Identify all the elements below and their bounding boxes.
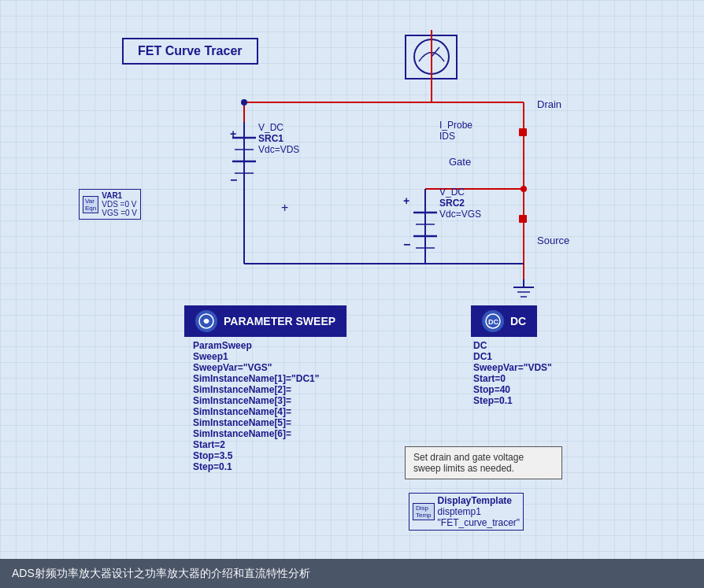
gate-node-label: Gate <box>449 156 471 168</box>
probe-signal: IDS <box>439 131 472 142</box>
dc-sweep-var: SweepVar="VDS" <box>473 362 552 373</box>
info-box-text: Set drain and gate voltagesweep limits a… <box>413 452 524 474</box>
src1-minus: − <box>230 173 237 187</box>
dc-instance-label: DC <box>473 340 552 351</box>
var-block: VarEqn VAR1 VDS =0 V VGS =0 V <box>79 189 141 220</box>
param-sweep-sim3: SimInstanceName[3]= <box>193 395 319 406</box>
var1-vgs: VGS =0 V <box>102 209 137 217</box>
dc-block-label: DC <box>510 315 526 327</box>
gate-label: Gate <box>449 156 471 168</box>
src1-type-label: V_DC <box>258 122 283 133</box>
disp-value: "FET_curve_tracer" <box>438 517 521 528</box>
param-sweep-sim2: SimInstanceName[2]= <box>193 384 319 395</box>
svg-point-1 <box>414 39 449 74</box>
dc-block: DC DC <box>471 305 537 337</box>
dc-step: Step=0.1 <box>473 395 552 406</box>
svg-rect-34 <box>519 215 527 223</box>
var1-name: VAR1 <box>102 191 137 200</box>
param-sweep-sim5: SimInstanceName[5]= <box>193 417 319 428</box>
dc-stop: Stop=40 <box>473 384 552 395</box>
src2-minus: − <box>403 238 410 252</box>
param-sweep-start: Start=2 <box>193 439 319 450</box>
src2-value-label: Vdc=VGS <box>439 209 481 220</box>
svg-line-3 <box>432 47 439 57</box>
svg-text:DC: DC <box>488 318 498 326</box>
param-sweep-icon <box>195 310 217 332</box>
src2-name-label: SRC2 <box>439 198 465 209</box>
drain-node-label: Drain <box>537 98 561 110</box>
status-bar: ADS射频功率放大器设计之功率放大器的介绍和直流特性分析 <box>0 559 704 588</box>
fet-curve-tracer-label: FET Curve Tracer <box>138 44 243 57</box>
var-icon: VarEqn <box>83 196 98 213</box>
wire-plus-marker: + <box>281 201 288 215</box>
param-sweep-name: Sweep1 <box>193 351 319 362</box>
display-template-block: DispTemp DisplayTemplate disptemp1 "FET_… <box>409 493 524 531</box>
param-sweep-stop: Stop=3.5 <box>193 450 319 461</box>
var-labels: VAR1 VDS =0 V VGS =0 V <box>102 191 137 217</box>
circuit-wires <box>0 0 704 559</box>
param-sweep-sim1: SimInstanceName[1]="DC1" <box>193 373 319 384</box>
dc-instance: DC DC1 SweepVar="VDS" Start=0 Stop=40 St… <box>473 340 552 406</box>
probe-type-label: I_Probe IDS <box>439 120 472 142</box>
dc-start: Start=0 <box>473 373 552 384</box>
status-bar-text: ADS射频功率放大器设计之功率放大器的介绍和直流特性分析 <box>12 567 310 581</box>
src1-name-label: SRC1 <box>258 133 283 144</box>
src1-plus: + <box>230 128 236 140</box>
param-sweep-sweep-var: SweepVar="VGS" <box>193 362 319 373</box>
svg-point-36 <box>204 319 209 324</box>
param-sweep-label: PARAMETER SWEEP <box>224 315 335 327</box>
svg-point-29 <box>241 99 247 105</box>
disp-instance: DisplayTemplate <box>438 495 521 506</box>
param-sweep-sim4: SimInstanceName[4]= <box>193 406 319 417</box>
dc-icon: DC <box>482 310 504 332</box>
param-sweep-step: Step=0.1 <box>193 461 319 472</box>
source-label: Source <box>537 235 569 246</box>
disp-labels: DisplayTemplate disptemp1 "FET_curve_tra… <box>438 495 521 528</box>
info-box: Set drain and gate voltagesweep limits a… <box>405 446 562 479</box>
svg-rect-0 <box>406 35 457 79</box>
schematic-canvas: FET Curve Tracer I_Probe IDS Drain Gate … <box>0 0 704 559</box>
param-sweep-instance-label: ParamSweep <box>193 340 319 351</box>
src1-value-label: Vdc=VDS <box>258 144 299 155</box>
src2-type-label: V_DC <box>439 187 465 198</box>
disp-name: disptemp1 <box>438 506 521 517</box>
source-node-label: Source <box>537 235 569 246</box>
disp-icon: DispTemp <box>413 503 435 520</box>
src2-plus: + <box>403 194 409 207</box>
dc-name-label: DC1 <box>473 351 552 362</box>
fet-curve-tracer-box: FET Curve Tracer <box>122 38 258 65</box>
probe-name: I_Probe <box>439 120 472 131</box>
svg-point-30 <box>521 186 527 192</box>
param-sweep-instance: ParamSweep Sweep1 SweepVar="VGS" SimInst… <box>193 340 319 472</box>
param-sweep-sim6: SimInstanceName[6]= <box>193 428 319 439</box>
drain-label: Drain <box>537 98 561 110</box>
var1-vds: VDS =0 V <box>102 200 137 209</box>
param-sweep-block: PARAMETER SWEEP <box>184 305 346 337</box>
svg-rect-33 <box>519 128 527 136</box>
